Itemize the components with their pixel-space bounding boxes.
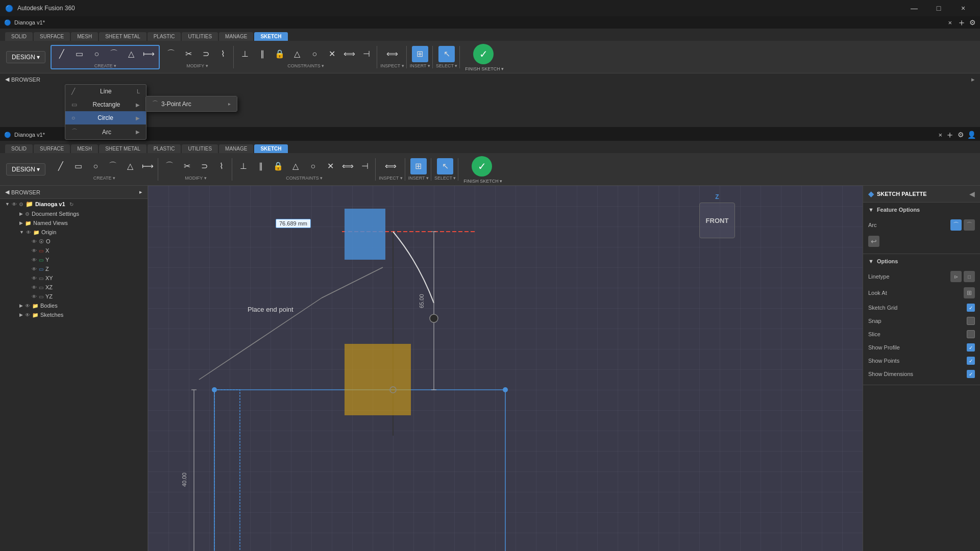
lower-account-btn[interactable]: 👤: [967, 131, 976, 139]
arc-type-icon[interactable]: ⌒: [950, 219, 962, 231]
tab-plastic-upper[interactable]: PLASTIC: [148, 32, 181, 41]
tab-manage-upper[interactable]: MANAGE: [219, 32, 253, 41]
tree-expand-icon2[interactable]: ▶: [19, 220, 23, 226]
insert-label-upper[interactable]: INSERT ▾: [410, 63, 430, 68]
browser-expand-icon[interactable]: ▸: [139, 189, 142, 195]
constraint3-upper[interactable]: △: [289, 46, 305, 62]
c1-lower[interactable]: ⊥: [235, 158, 252, 174]
create-label-lower[interactable]: CREATE ▾: [93, 176, 115, 181]
snap-checkbox[interactable]: [967, 317, 975, 325]
tree-item-XY[interactable]: 👁 ▭ XY: [0, 273, 148, 283]
tree-item-bodies[interactable]: ▶ 👁 📁 Bodies: [0, 301, 148, 310]
show-points-checkbox[interactable]: ✓: [967, 357, 975, 365]
tree-item-Y[interactable]: 👁 ▭ Y: [0, 255, 148, 264]
show-dimensions-checkbox[interactable]: ✓: [967, 370, 975, 378]
constraints-label-lower[interactable]: CONSTRAINTS ▾: [286, 176, 323, 181]
c7-lower[interactable]: ⟺: [339, 158, 356, 174]
constraint5-upper[interactable]: ✕: [324, 46, 340, 62]
tree-item-Z[interactable]: 👁 ▭ Z: [0, 264, 148, 273]
polygon-btn-lower[interactable]: △: [122, 158, 138, 174]
fillet-btn-upper[interactable]: ⌒: [163, 46, 179, 62]
tab-surface-upper[interactable]: SURFACE: [34, 32, 70, 41]
refresh-icon[interactable]: ↻: [69, 202, 74, 207]
line-btn-lower[interactable]: ╱: [53, 158, 69, 174]
tree-item-O[interactable]: 👁 ⦿ O: [0, 237, 148, 246]
tree-item-XZ[interactable]: 👁 ▭ XZ: [0, 283, 148, 292]
tab-utilities-upper[interactable]: UTILITIES: [182, 32, 218, 41]
insert-label-lower[interactable]: INSERT ▾: [408, 176, 429, 181]
maximize-button[interactable]: □: [927, 0, 950, 16]
tree-eye-icon3[interactable]: 👁: [32, 239, 37, 244]
close-button[interactable]: ×: [951, 0, 975, 16]
tree-expand-bodies[interactable]: ▶: [19, 303, 23, 308]
spline-btn-upper[interactable]: ⟼: [140, 46, 157, 62]
offset-btn-upper[interactable]: ⊃: [198, 46, 214, 62]
arc-btn-lower[interactable]: ⌒: [105, 158, 121, 174]
tree-eye-icon6[interactable]: 👁: [32, 266, 37, 272]
tab-sheetmetal-upper[interactable]: SHEET METAL: [99, 32, 146, 41]
inspect-btn-upper[interactable]: ⟺: [384, 46, 401, 62]
tab-plastic-lower[interactable]: PLASTIC: [148, 144, 181, 153]
menu-item-arc[interactable]: ⌒ Arc ▶: [65, 124, 146, 139]
tree-eye-icon5[interactable]: 👁: [32, 257, 37, 263]
canvas-area[interactable]: -125 -100 -75 -50 -25: [148, 186, 863, 551]
trim-btn-lower[interactable]: ✂: [179, 158, 195, 174]
polygon-btn-upper[interactable]: △: [123, 46, 139, 62]
tree-collapse-icon2[interactable]: ▼: [19, 230, 24, 235]
tree-settings-icon[interactable]: ⚙: [19, 202, 23, 207]
circle-btn-lower[interactable]: ○: [87, 158, 104, 174]
c5-lower[interactable]: ○: [305, 158, 321, 174]
constraint1-upper[interactable]: ⊥: [237, 46, 253, 62]
finish-sketch-label-upper[interactable]: FINISH SKETCH ▾: [465, 66, 504, 71]
c4-lower[interactable]: △: [287, 158, 304, 174]
circle-btn-upper[interactable]: ○: [88, 46, 105, 62]
tree-expand-icon[interactable]: ▶: [19, 211, 23, 216]
constraint2-upper[interactable]: ∥: [254, 46, 271, 62]
tab-utilities-lower[interactable]: UTILITIES: [182, 144, 218, 153]
c8-lower[interactable]: ⊣: [357, 158, 373, 174]
browser-collapse-icon[interactable]: ◀: [5, 189, 9, 195]
lower-add-window[interactable]: ＋: [945, 129, 954, 141]
sketchgrid-checkbox[interactable]: ✓: [967, 304, 975, 312]
c6-lower[interactable]: ✕: [322, 158, 338, 174]
lookat-btn[interactable]: ⊞: [964, 287, 975, 298]
arc-btn-upper[interactable]: ⌒: [106, 46, 122, 62]
select-btn-lower[interactable]: ↖: [437, 158, 453, 174]
inspect-btn-lower[interactable]: ⟺: [383, 158, 399, 174]
menu-item-circle[interactable]: ○ Circle ▶: [65, 111, 146, 124]
tree-item-docsettings[interactable]: ▶ ⚙ Document Settings: [0, 209, 148, 218]
spline-btn-lower[interactable]: ⟼: [139, 158, 156, 174]
tree-eye-icon9[interactable]: 👁: [32, 294, 37, 299]
insert-btn-lower[interactable]: ⊞: [410, 158, 427, 174]
upper-window-close[interactable]: ×: [948, 19, 952, 27]
tab-sheetmetal-lower[interactable]: SHEET METAL: [99, 144, 146, 153]
trim-btn-upper[interactable]: ✂: [180, 46, 197, 62]
rect-btn-lower[interactable]: ▭: [70, 158, 86, 174]
tree-item-dianoga[interactable]: ▼ 👁 ⚙ 📁 Dianoga v1 ↻: [0, 199, 148, 209]
inspect-label-lower[interactable]: INSPECT ▾: [379, 176, 402, 181]
tab-mesh-lower[interactable]: MESH: [71, 144, 98, 153]
lower-settings-btn[interactable]: ⚙: [958, 131, 964, 139]
design-button-upper[interactable]: DESIGN ▾: [6, 51, 45, 63]
mirror-btn-upper[interactable]: ⌇: [215, 46, 231, 62]
tab-manage-lower[interactable]: MANAGE: [219, 144, 253, 153]
view-cube-front[interactable]: FRONT: [699, 203, 735, 238]
modify-label-upper[interactable]: MODIFY ▾: [186, 63, 208, 68]
tab-solid-lower[interactable]: SOLID: [5, 144, 33, 153]
feature-options-header[interactable]: ▼ Feature Options: [868, 207, 975, 213]
tree-item-origin[interactable]: ▼ 👁 📁 Origin: [0, 228, 148, 237]
tree-eye-icon7[interactable]: 👁: [32, 276, 37, 281]
tree-expand-sketches[interactable]: ▶: [19, 312, 23, 317]
fillet-btn-lower[interactable]: ⌒: [161, 158, 178, 174]
arc-undo-icon[interactable]: ↩: [868, 236, 879, 247]
constraint4-upper[interactable]: ○: [306, 46, 323, 62]
select-label-upper[interactable]: SELECT ▾: [436, 63, 457, 68]
tree-eye-icon2[interactable]: 👁: [26, 230, 31, 235]
line-btn-upper[interactable]: ╱: [54, 46, 70, 62]
c2-lower[interactable]: ∥: [253, 158, 269, 174]
arc-style-icon[interactable]: ⌒: [964, 219, 975, 231]
tab-sketch-lower[interactable]: SKETCH: [254, 144, 287, 153]
tab-solid-upper[interactable]: SOLID: [5, 32, 33, 41]
menu-item-line[interactable]: ╱ Line L: [65, 85, 146, 98]
slice-checkbox[interactable]: [967, 330, 975, 338]
